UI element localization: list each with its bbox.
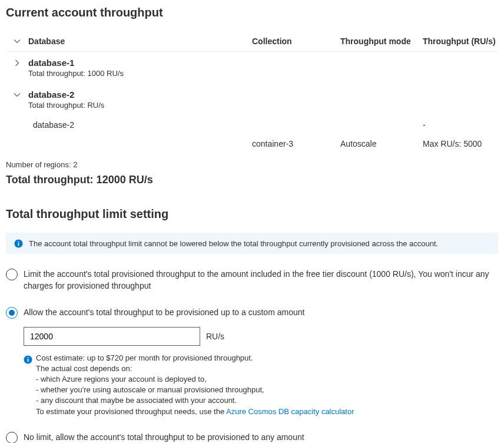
child-mode: Autoscale [340, 139, 423, 148]
radio-option-free-tier[interactable]: Limit the account's total provisioned th… [6, 268, 498, 292]
svg-point-4 [28, 357, 29, 358]
custom-amount-input[interactable] [24, 327, 200, 346]
chevron-right-icon[interactable] [12, 58, 22, 68]
database-name: database-2 [28, 90, 252, 100]
cost-line: - which Azure regions your account is de… [36, 374, 498, 385]
radio-label: No limit, allow the account's total thro… [24, 431, 498, 443]
cost-line: To estimate your provisioned throughput … [36, 406, 498, 417]
col-header-collection: Collection [252, 37, 340, 46]
database-name: database-1 [28, 58, 252, 68]
cost-line: The actual cost depends on: [36, 363, 498, 374]
info-banner: The account total throughput limit canno… [6, 233, 498, 254]
radio-label: Allow the account's total throughput to … [24, 306, 498, 318]
col-header-mode: Throughput mode [340, 37, 423, 46]
radio-label: Limit the account's total provisioned th… [24, 268, 498, 292]
regions-count: Number of regions: 2 [6, 160, 498, 169]
cost-estimate: Cost estimate: up to $720 per month for … [24, 353, 498, 417]
col-header-throughput: Throughput (RU/s) [423, 37, 498, 46]
table-row: database-2 - [6, 115, 498, 134]
table-row: database-1 Total throughput: 1000 RU/s [6, 52, 498, 84]
capacity-calculator-link[interactable]: Azure Cosmos DB capacity calculator [226, 407, 354, 416]
cost-line: - any discount that maybe be associated … [36, 395, 498, 406]
radio-option-custom[interactable]: Allow the account's total throughput to … [6, 306, 498, 319]
total-throughput: Total throughput: 12000 RU/s [6, 174, 498, 186]
cost-line: - whether you're using autoscale or manu… [36, 385, 498, 395]
radio-input[interactable] [6, 432, 18, 443]
chevron-down-icon[interactable] [12, 90, 22, 100]
svg-point-1 [18, 241, 19, 242]
svg-rect-5 [28, 359, 29, 362]
child-collection: container-3 [252, 139, 340, 148]
col-header-database: Database [28, 37, 252, 46]
cost-line-prefix: To estimate your provisioned throughput … [36, 407, 226, 416]
info-icon [24, 354, 32, 365]
database-subtext: Total throughput: RU/s [28, 101, 252, 110]
page-title-current-throughput: Current account throughput [6, 6, 498, 19]
cost-title: Cost estimate: up to $720 per month for … [36, 353, 498, 363]
info-banner-text: The account total throughput limit canno… [29, 239, 438, 248]
custom-amount-row: RU/s [24, 327, 498, 346]
child-max-rus: Max RU/s: 5000 [423, 139, 498, 148]
page-title-limit-setting: Total throughput limit setting [6, 207, 498, 221]
table-row: container-3 Autoscale Max RU/s: 5000 [6, 134, 498, 153]
info-icon [14, 239, 23, 248]
child-throughput-dash: - [423, 120, 498, 130]
database-subtext: Total throughput: 1000 RU/s [28, 69, 252, 78]
table-header-row: Database Collection Throughput mode Thro… [6, 31, 498, 52]
radio-group-throughput-limit: Limit the account's total provisioned th… [6, 268, 498, 443]
radio-input[interactable] [6, 307, 18, 319]
child-db-name: database-2 [28, 120, 252, 130]
svg-rect-2 [18, 243, 19, 246]
radio-input[interactable] [6, 269, 18, 280]
radio-option-no-limit[interactable]: No limit, allow the account's total thro… [6, 431, 498, 443]
chevron-down-icon[interactable] [12, 36, 22, 47]
table-row: database-2 Total throughput: RU/s [6, 84, 498, 115]
custom-amount-unit: RU/s [206, 332, 224, 341]
